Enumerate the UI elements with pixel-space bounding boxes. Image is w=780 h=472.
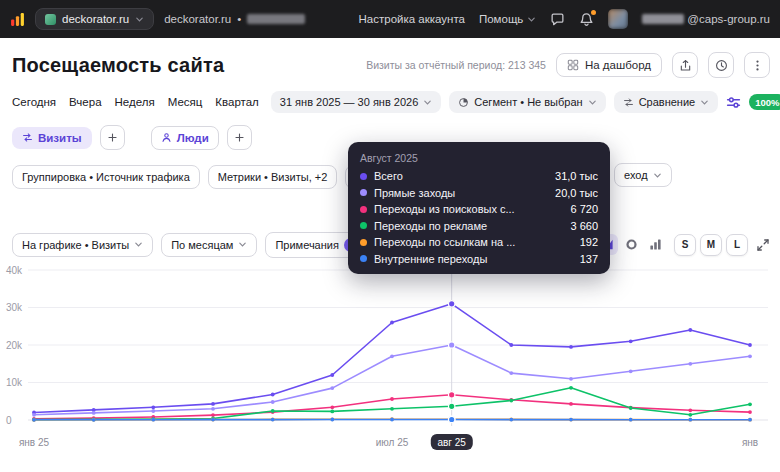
data-point [629,339,633,343]
data-point [271,393,275,397]
visits-line-chart[interactable]: 010k20k30k40k [0,262,780,434]
visits-icon [22,132,33,143]
data-point [151,405,155,409]
data-point [271,400,275,404]
x-axis-label: янв 25 [19,437,49,448]
date-range-chip[interactable]: 31 янв 2025 — 30 янв 2026 [271,91,442,113]
tooltip-series-label: Внутренние переходы [374,253,573,265]
data-point [629,418,633,422]
x-axis-labels: янв 25июл 25авг 25янв [0,434,780,456]
chevron-down-icon [653,171,662,180]
data-point [390,397,394,401]
avatar-image [608,9,628,29]
series-color-dot [360,255,367,262]
add-metric-button[interactable] [100,125,125,150]
data-point [688,328,692,332]
data-point [569,402,573,406]
size-button-m[interactable]: M [700,234,722,256]
donut-chart-type-icon[interactable] [621,234,642,255]
sampling-badge[interactable]: 100% [749,94,780,110]
page-header: Посещаемость сайта Визиты за отчётный пе… [12,52,770,78]
period-tab-0[interactable]: Сегодня [12,96,56,108]
granularity-selector[interactable]: По месяцам [161,233,257,257]
data-point [569,345,573,349]
counter-selector[interactable]: deckorator.ru [35,8,154,30]
people-chip[interactable]: Люди [151,126,219,150]
to-dashboard-button[interactable]: На дашборд [556,53,662,77]
tooltip-row: Переходы из поисковых с...6 720 [360,203,598,215]
period-tab-3[interactable]: Месяц [168,96,203,108]
size-button-l[interactable]: L [726,234,748,256]
dot-separator: • [237,13,241,25]
metrics-chip-label: Метрики • Визиты, +2 [218,171,328,183]
data-point [629,406,633,410]
history-clock-icon[interactable] [708,52,734,78]
grouping-chip[interactable]: Группировка • Источник трафика [12,165,200,189]
on-chart-selector[interactable]: На графике • Визиты [12,233,153,257]
hover-data-point [449,416,455,422]
active-counter[interactable]: deckorator.ru • [164,13,305,25]
data-point [92,411,96,415]
series-color-dot [360,206,367,213]
series-color-dot [360,222,367,229]
chevron-down-icon [134,240,143,249]
segment-icon [458,97,469,108]
visits-metric-chip[interactable]: Визиты [12,127,92,149]
data-point [330,386,334,390]
bar-chart-type-icon[interactable] [645,234,666,255]
partial-chip-label: еход [624,169,648,181]
data-point [211,418,215,422]
data-point [390,321,394,325]
comparison-chip[interactable]: Сравнение [614,91,719,113]
tooltip-series-value: 137 [580,253,598,265]
account-settings-link[interactable]: Настройка аккаунта [359,13,465,25]
tooltip-series-label: Переходы по рекламе [374,220,563,232]
user-email[interactable]: @caps-group.ru [642,13,770,25]
data-point [32,418,36,422]
x-axis-hover-badge: авг 25 [430,434,472,450]
add-people-metric-button[interactable] [227,125,252,150]
sampling-settings-icon[interactable] [726,95,741,110]
notifications-bell-icon[interactable] [579,12,594,27]
period-tab-4[interactable]: Квартал [215,96,258,108]
kebab-menu-icon[interactable] [744,52,770,78]
person-icon [161,132,172,143]
help-menu[interactable]: Помощь [479,13,536,25]
email-domain: @caps-group.ru [687,13,770,25]
expand-fullscreen-icon[interactable] [756,238,770,252]
data-point [748,410,752,414]
tooltip-series-value: 6 720 [570,203,598,215]
series-line [34,388,750,420]
notification-dot [591,10,596,15]
period-tab-1[interactable]: Вчера [69,96,101,108]
tooltip-row: Переходы по рекламе3 660 [360,220,598,232]
data-point [151,409,155,413]
partially-hidden-chip[interactable]: еход [614,163,672,187]
on-chart-label: На графике • Визиты [22,239,129,251]
data-point [509,371,513,375]
share-icon[interactable] [672,52,698,78]
avatar[interactable] [608,9,628,29]
period-tab-2[interactable]: Неделя [115,96,155,108]
data-point [748,354,752,358]
metrica-logo-icon[interactable] [10,12,25,27]
tooltip-series-label: Переходы по ссылкам на ... [374,236,573,248]
size-button-s[interactable]: S [674,234,696,256]
tooltip-series-label: Прямые заходы [374,187,548,199]
data-point [211,413,215,417]
site-favicon-icon [45,14,56,25]
chat-icon[interactable] [550,12,565,27]
date-range-label: 31 янв 2025 — 30 янв 2026 [280,96,419,108]
segment-chip[interactable]: Сегмент • Не выбран [449,91,605,113]
data-point [688,418,692,422]
chart-size-switcher: SML [674,234,748,256]
data-point [629,369,633,373]
series-color-dot [360,239,367,246]
tooltip-title: Август 2025 [360,152,598,164]
blurred-counter-id [247,14,305,24]
tooltip-series-label: Переходы из поисковых с... [374,203,563,215]
chevron-down-icon [238,240,247,249]
chevron-down-icon [700,98,709,107]
help-label: Помощь [479,13,523,25]
metrics-chip[interactable]: Метрики • Визиты, +2 [208,165,338,189]
